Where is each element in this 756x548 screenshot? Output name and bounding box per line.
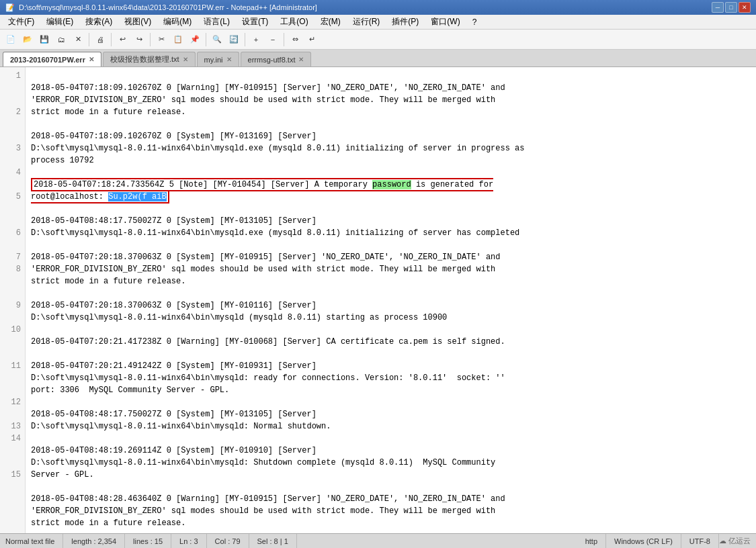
line-num-13: 13 [4,420,21,432]
line-num-blank-3a [4,154,21,167]
new-button[interactable]: 📄 [3,32,19,48]
status-watermark: ☁ 亿运云 [719,536,751,546]
line-num-blank-10a [4,336,21,348]
status-line-ending: Windows (CR LF) [606,534,681,549]
print-button[interactable]: 🖨 [92,32,108,48]
line-num-blank-2a [4,118,21,130]
tab-report-file-close[interactable]: ✕ [183,56,188,63]
status-lines: lines : 15 [125,534,171,549]
minimize-button[interactable]: ─ [712,2,724,13]
toolbar-sep-2 [111,33,112,46]
line-num-11: 11 [4,360,21,372]
save-all-button[interactable]: 🗂 [53,32,69,48]
line-num-1: 1 [4,70,21,82]
line-num-blank-8b [4,287,21,300]
menu-run[interactable]: 运行(R) [347,15,386,29]
log-line-8: 2018-05-04T07:20:21.491242Z 0 [System] [… [31,360,751,396]
window-title: D:\soft\mysql\mysql-8.0.11-winx64\data\2… [19,3,317,11]
line-num-blank-6a [4,239,21,251]
close-button[interactable]: ✕ [739,2,751,13]
line-num-blank-2b [4,130,21,142]
menu-tools[interactable]: 工具(O) [275,15,313,29]
menu-search[interactable]: 搜索(A) [80,15,118,29]
log-line-4: 2018-05-04T08:48:17.750027Z 0 [System] [… [31,215,751,239]
tab-errmsg-file-close[interactable]: ✕ [298,56,304,63]
menu-edit[interactable]: 编辑(E) [41,15,79,29]
editor-content[interactable]: 2018-05-04T07:18:09.102670Z 0 [Warning] … [26,67,756,533]
toolbar-sep-5 [245,33,245,46]
log-line-11: 2018-05-04T08:48:28.463640Z 0 [Warning] … [31,493,751,529]
menu-settings[interactable]: 设置(T) [237,15,274,29]
find-button[interactable]: 🔍 [209,32,225,48]
menu-file[interactable]: 文件(F) [3,15,40,29]
tab-err-file[interactable]: 2013-20160701PW.err ✕ [3,52,101,66]
tab-ini-file-close[interactable]: ✕ [226,56,232,63]
log-line-7: 2018-05-04T07:20:21.417238Z 0 [Warning] … [31,336,751,348]
tab-errmsg-file[interactable]: errmsg-utf8.txt ✕ [241,52,312,66]
row3-box: 2018-05-04T07:18:24.733564Z 5 [Note] [MY… [31,178,493,203]
log-line-5: 2018-05-04T07:20:18.370063Z 0 [System] [… [31,251,751,287]
line-numbers: 1 2 3 4 5 6 7 8 9 10 11 12 13 14 [0,67,26,533]
editor-container: 1 2 3 4 5 6 7 8 9 10 11 12 13 14 [0,67,756,533]
replace-button[interactable]: 🔄 [226,32,242,48]
tab-report-file-label: 校级报告数据整理.txt [110,54,179,64]
zoom-out-button[interactable]: − [265,32,281,48]
close-button-tb[interactable]: ✕ [70,32,86,48]
tab-ini-file-label: my.ini [204,56,223,64]
app-icon: 📝 [5,3,15,12]
log-line-10: 2018-05-04T08:48:19.269114Z 0 [System] [… [31,445,751,481]
line-num-7: 7 [4,251,21,263]
save-button[interactable]: 💾 [36,32,52,48]
tab-err-file-close[interactable]: ✕ [89,56,94,63]
toolbar-sep-4 [206,33,206,46]
line-num-blank-10b [4,348,21,360]
menu-macro[interactable]: 宏(M) [315,15,346,29]
status-length: length : 2,354 [63,534,125,549]
menu-language[interactable]: 语言(L) [198,15,235,29]
line-num-blank-1a [4,82,21,94]
copy-button[interactable]: 📋 [170,32,186,48]
status-col: Col : 79 [207,534,249,549]
word-wrap-button[interactable]: ↵ [304,32,320,48]
log-line-9: 2018-05-04T08:48:17.750027Z 0 [System] [… [31,408,751,432]
paste-button[interactable]: 📌 [187,32,203,48]
redo-button[interactable]: ↪ [131,32,147,48]
line-num-blank-5b [4,215,21,227]
line-num-2: 2 [4,106,21,118]
undo-button[interactable]: ↩ [114,32,130,48]
open-button[interactable]: 📂 [19,32,36,48]
toolbar-sep-1 [89,33,89,46]
log-line-6: 2018-05-04T07:20:18.370063Z 0 [System] [… [31,300,751,324]
menu-window[interactable]: 窗口(W) [425,15,465,29]
line-num-blank-8a [4,275,21,287]
line-num-12: 12 [4,396,21,408]
menu-help[interactable]: ? [467,15,482,29]
status-filetype: Normal text file [5,534,63,549]
zoom-in-button[interactable]: + [248,32,264,48]
line-num-9: 9 [4,300,21,312]
line-num-blank-14a [4,445,21,457]
tab-ini-file[interactable]: my.ini ✕ [197,52,239,66]
line-num-14: 14 [4,432,21,445]
password-highlight: password [372,180,411,189]
cut-button[interactable]: ✂ [153,32,169,48]
toolbar-sep-6 [284,33,284,46]
watermark-text: 亿运云 [728,536,751,546]
status-bar: Normal text file length : 2,354 lines : … [0,533,756,548]
log-line-2: 2018-05-04T07:18:09.102670Z 0 [System] [… [31,130,751,167]
sync-scroll-button[interactable]: ⇔ [287,32,303,48]
menu-encoding[interactable]: 编码(M) [158,15,197,29]
line-num-blank-1b [4,94,21,106]
menu-view[interactable]: 视图(V) [119,15,157,29]
menu-plugins[interactable]: 插件(P) [386,15,424,29]
menu-bar: 文件(F) 编辑(E) 搜索(A) 视图(V) 编码(M) 语言(L) 设置(T… [0,15,756,30]
line-num-blank-11a [4,372,21,384]
line-num-blank-12a [4,408,21,420]
line-num-4: 4 [4,167,21,179]
tab-report-file[interactable]: 校级报告数据整理.txt ✕ [103,52,196,66]
watermark-icon: ☁ [719,537,726,545]
line-num-6: 6 [4,227,21,239]
line-num-blank-4a [4,179,21,191]
maximize-button[interactable]: □ [725,2,737,13]
title-bar: 📝 D:\soft\mysql\mysql-8.0.11-winx64\data… [0,0,756,15]
